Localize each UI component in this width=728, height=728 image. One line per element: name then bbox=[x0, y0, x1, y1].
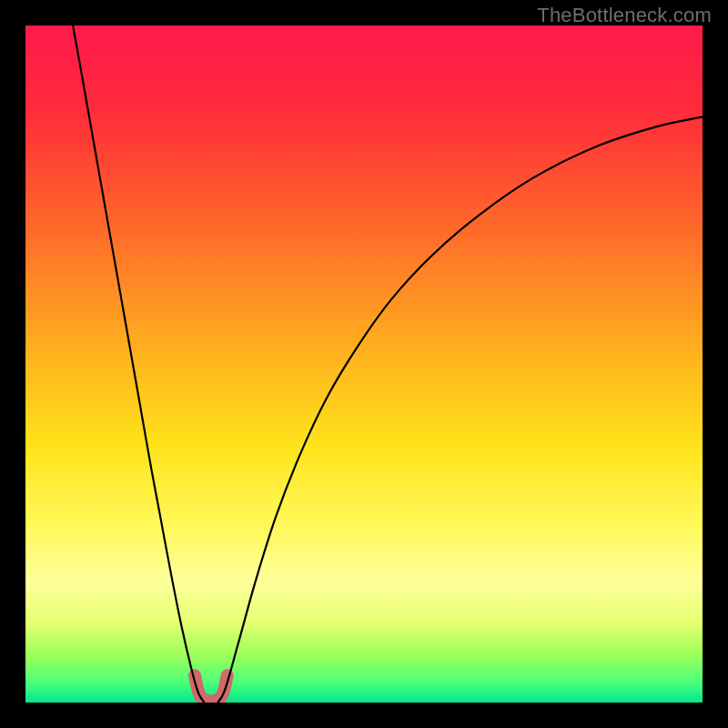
chart-frame bbox=[25, 25, 703, 703]
chart-canvas bbox=[25, 25, 703, 703]
attribution-text: TheBottleneck.com bbox=[537, 4, 712, 27]
chart-background bbox=[25, 25, 703, 703]
